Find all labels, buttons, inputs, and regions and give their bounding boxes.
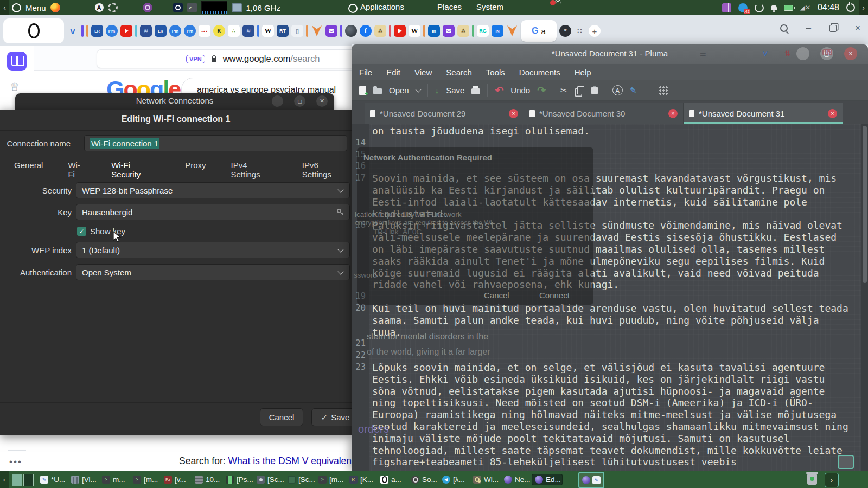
taskbar-window-button[interactable]: [Sc... [253, 474, 284, 485]
search-tabs-icon[interactable] [780, 24, 788, 32]
tab-close-icon[interactable]: × [828, 109, 837, 118]
menu-item[interactable]: Help [575, 68, 591, 77]
browser-tab-icon[interactable]: RT [277, 25, 289, 37]
pluma-corner-widget[interactable] [838, 455, 854, 469]
browser-tab-icon[interactable] [345, 25, 357, 37]
netconn-maximize-button[interactable]: ▢ [294, 95, 305, 107]
open-chevron-icon[interactable] [415, 86, 421, 92]
browser-tab-icon[interactable]: ✉ [443, 25, 455, 37]
key-field[interactable]: Hausenbergid [76, 204, 350, 220]
panel-scroll-right[interactable]: › [859, 0, 868, 15]
tab-google-search-active[interactable]: G a [521, 20, 557, 42]
taskbar-window-button[interactable]: 10... [192, 474, 222, 485]
copy-icon[interactable] [577, 86, 584, 94]
taskbar-window-button[interactable]: Ne... [501, 474, 532, 485]
browser-tab-icon[interactable] [81, 25, 84, 37]
network-connections-window[interactable]: Network Connections – ▢ ✕ [15, 93, 334, 110]
menu-item[interactable]: Search [446, 68, 472, 77]
update-tray-icon[interactable]: .42 [738, 3, 748, 12]
taskbar-window-button[interactable]: [m... [130, 474, 161, 485]
taskbar-window-button[interactable]: [K... [346, 474, 377, 485]
browser-tab-icon[interactable]: ≋ [140, 25, 152, 37]
open-folder-icon[interactable] [373, 88, 382, 94]
reading-list-icon[interactable] [7, 52, 27, 71]
browser-tab-icon[interactable]: ⁂ [457, 25, 469, 37]
clock[interactable]: 04:48 [818, 3, 839, 12]
workspace-switcher[interactable] [12, 474, 34, 486]
taskbar-window-button[interactable]: m... [99, 474, 130, 485]
browser-tab-icon[interactable]: ▯ [291, 25, 303, 37]
sidebar-more-button[interactable]: ••• [9, 457, 22, 467]
browser-tab-icon[interactable]: in [428, 25, 440, 37]
browser-tab-icon[interactable] [423, 25, 425, 37]
browser-tab-icon[interactable]: f [360, 25, 372, 37]
taskbar-window-button[interactable]: [Ps... [222, 474, 253, 485]
pluma-document-tab[interactable]: *Unsaved Document 30 × [524, 103, 684, 124]
taskbar-window-group[interactable] [578, 472, 604, 488]
browser-tab-icon[interactable]: Pm [106, 25, 118, 37]
browser-tab-icon[interactable] [306, 25, 308, 37]
system-menu[interactable]: System [476, 2, 503, 11]
taskbar-window-button[interactable]: Wi... [470, 474, 501, 485]
undo-button[interactable]: Undo [510, 86, 530, 95]
netconn-close-button[interactable]: ✕ [316, 95, 328, 107]
pluma-minimize-button[interactable]: – [796, 47, 809, 60]
menu-item[interactable]: View [414, 68, 432, 77]
dialog-tab[interactable]: Wi-Fi Security [108, 156, 163, 184]
taskbar-window-button[interactable]: [m... [315, 474, 346, 485]
browser-tab-icon[interactable]: IN [492, 25, 503, 37]
dialog-tab[interactable]: General [11, 156, 46, 184]
authentication-dropdown[interactable]: Open System [76, 264, 350, 280]
pluma-maximize-button[interactable]: ▢ [820, 47, 833, 60]
redo-icon[interactable]: ↷ [537, 84, 546, 97]
menu-item[interactable]: Edit [386, 68, 400, 77]
browser-restore-button[interactable] [829, 25, 837, 32]
trash-icon[interactable] [807, 474, 817, 485]
browser-tab-icon[interactable] [86, 25, 88, 37]
vpn-badge[interactable]: VPN [186, 55, 205, 63]
browser-tab-icon[interactable]: ER [91, 25, 103, 37]
key-reveal-icon[interactable] [336, 208, 344, 216]
netconn-minimize-button[interactable]: – [272, 95, 283, 107]
browser-tab-control[interactable]: * [559, 25, 571, 37]
tor-browser-icon[interactable] [143, 3, 152, 12]
browser-tab-icon[interactable]: V [67, 25, 79, 37]
workspace-other[interactable] [23, 474, 34, 486]
browser-tab-icon[interactable] [135, 25, 137, 37]
spinner-tray-icon[interactable] [755, 3, 764, 12]
browser-tab-icon[interactable]: ⁂ [374, 25, 386, 37]
pluma-close-button[interactable]: × [844, 47, 857, 60]
browser-tab-icon[interactable]: W [262, 25, 274, 37]
system-monitor-graph[interactable] [201, 1, 227, 14]
security-dropdown[interactable]: WEP 128-bit Passphrase [76, 182, 350, 198]
taskbar-window-button[interactable]: *U... [37, 474, 68, 485]
opera-launcher-icon[interactable] [173, 3, 183, 12]
wep-index-dropdown[interactable]: 1 (Default) [76, 242, 350, 258]
pluma-text-area[interactable]: on tausta jõududena isegi olulisemad. 14… [352, 124, 868, 471]
browser-tab-icon[interactable]: ≋ [242, 25, 254, 37]
paste-icon[interactable] [591, 87, 598, 94]
browser-tab-control[interactable]: + [589, 25, 601, 37]
browser-tab-icon[interactable]: Pm [169, 25, 181, 37]
taskbar-window-button[interactable]: [v... [161, 474, 192, 485]
print-icon[interactable] [471, 88, 480, 94]
taskbar-window-button[interactable]: Ed... [532, 474, 563, 485]
cut-icon[interactable]: ✂ [560, 86, 567, 95]
browser-tab-icon[interactable] [257, 25, 259, 37]
address-bar[interactable]: VPN www.google.com/search [97, 49, 365, 68]
grouped-window-icon[interactable] [582, 476, 590, 484]
settings-gears-icon[interactable] [108, 3, 118, 12]
save-icon[interactable]: ↓ [435, 86, 439, 95]
taskbar-window-button[interactable]: [Sc... [284, 474, 315, 485]
browser-tab-icon[interactable] [311, 25, 323, 37]
browser-tab-icon[interactable]: K [213, 25, 225, 37]
browser-tab-icon[interactable] [472, 25, 474, 37]
browser-tab-icon[interactable]: ✉ [326, 25, 337, 37]
browser-tab-icon[interactable]: W [409, 25, 420, 37]
connection-name-field[interactable]: Wi-Fi connection 1 [84, 135, 347, 151]
dialog-tab[interactable]: Proxy [182, 156, 209, 184]
menu-item[interactable]: Documents [519, 68, 560, 77]
menu-item[interactable]: File [359, 68, 372, 77]
workspace-current[interactable] [12, 474, 22, 486]
mate-menu-icon[interactable] [12, 3, 21, 12]
